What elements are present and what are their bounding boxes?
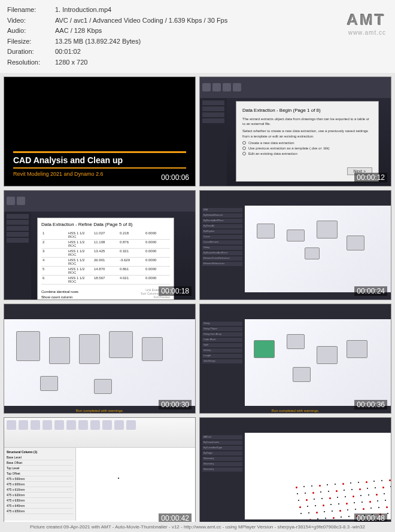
table-row[interactable]: 1HSS 1 1/2 ROC11.0270.2180.0000 (41, 231, 170, 240)
dynamo-node[interactable] (254, 340, 275, 358)
dynamo-canvas[interactable] (4, 319, 195, 407)
property-item[interactable]: 475 x 650mm (7, 509, 73, 514)
table-cell: HSS 1 1/2 ROC (67, 240, 93, 247)
library-item[interactable]: ByOverAll (202, 224, 242, 228)
dynamo-node[interactable] (293, 367, 311, 382)
table-row[interactable]: 4HSS 1 1/2 ROC26.901-3.6290.0000 (41, 258, 170, 267)
library-item[interactable]: CurveElement (202, 240, 242, 244)
check-label: Show count column (41, 295, 72, 299)
library-item[interactable]: ByCurveAndType (202, 446, 242, 450)
thumbnail-6[interactable]: StringString ObjectString from ArrayCode… (199, 304, 391, 414)
side-item (7, 238, 29, 243)
checkbox-combine[interactable]: Combine identical rows (41, 290, 78, 293)
library-item[interactable]: String (202, 322, 242, 326)
property-item[interactable]: Top Offset (7, 471, 73, 476)
check-label: Combine identical rows (41, 290, 78, 293)
grid-point (335, 484, 336, 485)
radio-option-2[interactable]: Use previous extraction as a template (.… (242, 146, 372, 150)
grid-point (328, 491, 329, 492)
library-item[interactable]: JoinStrings (202, 359, 242, 363)
radio-option-3[interactable]: Edit an existing data extraction (242, 152, 372, 155)
library-item[interactable]: AACad (202, 435, 242, 439)
dynamo-node[interactable] (317, 221, 338, 239)
table-row[interactable]: 2HSS 1 1/2 ROC11.1080.8760.0000 (41, 240, 170, 249)
warning-text: Run completed with warnings. (271, 409, 319, 412)
library-item[interactable]: String Object (202, 327, 242, 331)
ribbon-icon (66, 420, 76, 430)
grid-point (316, 512, 318, 513)
thumbnail-7[interactable]: Structural Column (1) Base LevelBase Off… (4, 417, 196, 527)
dynamo-canvas[interactable] (245, 319, 391, 407)
table-row[interactable]: 6HSS 1 1/2 ROC18.5674.0210.0000 (41, 276, 170, 285)
checkbox-count[interactable]: Show count column (41, 295, 78, 299)
dynamo-node[interactable] (49, 337, 70, 364)
property-item[interactable]: 475 x 600mm (7, 482, 73, 487)
property-item[interactable]: 475 x 620mm (7, 493, 73, 498)
dynamo-node[interactable] (347, 236, 364, 250)
table-row[interactable]: 5HSS 1 1/2 ROC14.8700.8610.0000 (41, 267, 170, 276)
property-item[interactable]: 475 x 640mm (7, 503, 73, 509)
table-cell: 4 (41, 258, 67, 265)
library-item[interactable]: Length (202, 354, 242, 358)
revit-viewport[interactable] (76, 448, 195, 521)
dynamo-node[interactable] (317, 346, 338, 364)
thumbnail-1[interactable]: CAD Analysis and Clean up Revit Modeling… (4, 77, 196, 186)
dynamo-menubar (200, 191, 391, 206)
property-item[interactable]: Base Offset (7, 460, 73, 466)
grid-point (359, 488, 361, 490)
ribbon-icon (78, 420, 88, 430)
library-item[interactable]: ByRoomHostAndPoint (202, 251, 242, 255)
thumbnail-8[interactable]: AACadByCoordinatesByCurveAndTypeByOrigin… (199, 417, 391, 527)
table-row[interactable]: 3HSS 1 1/2 ROC13.4250.3210.0000 (41, 249, 170, 258)
dynamo-node[interactable] (257, 224, 275, 239)
thumbnail-4[interactable]: BIMByDefaultElementByFamilyAndPlaceByOve… (199, 190, 391, 300)
dynamo-node[interactable] (94, 379, 112, 394)
filename-value: 1. Introduction.mp4 (55, 5, 111, 16)
property-item[interactable]: 475 x 500mm (7, 476, 73, 482)
library-item[interactable]: Split (202, 343, 242, 347)
grid-point (332, 510, 333, 512)
library-item[interactable]: Geometry (202, 457, 242, 461)
grid-point (312, 492, 314, 494)
dynamo-node[interactable] (287, 334, 305, 349)
thumbnail-3[interactable]: Data Extraction - Refine Data (Page 5 of… (4, 190, 196, 300)
grid-point (333, 517, 335, 519)
dynamo-node[interactable] (79, 334, 100, 364)
library-item[interactable]: Delay (202, 246, 242, 250)
thumbnail-2[interactable]: Data Extraction - Begin (Page 1 of 8) Th… (199, 77, 391, 186)
dynamo-node[interactable] (16, 331, 40, 361)
dynamo-canvas[interactable] (245, 433, 391, 521)
dynamo-canvas[interactable] (245, 206, 391, 293)
dynamo-node[interactable] (109, 331, 133, 358)
library-item[interactable]: Code Block (202, 338, 242, 342)
library-item[interactable]: ByCoordinates (202, 441, 242, 445)
dynamo-node[interactable] (142, 337, 163, 361)
dynamo-node[interactable] (305, 247, 320, 259)
property-item[interactable]: 475 x 630mm (7, 498, 73, 503)
dynamo-node[interactable] (347, 340, 367, 358)
grid-point (348, 516, 350, 517)
library-item[interactable]: ByFamilyAndPlace (202, 219, 242, 223)
library-item[interactable]: Geometry (202, 462, 242, 466)
library-item[interactable]: Geometry (202, 467, 242, 472)
library-item[interactable]: ElementCurveReference (202, 256, 242, 261)
library-item[interactable]: ByOrigin (202, 451, 242, 455)
property-item[interactable]: Base Level (7, 455, 73, 460)
library-item[interactable]: ByDefaultElement (202, 213, 242, 218)
data-extraction-dialog: Data Extraction - Begin (Page 1 of 8) Th… (236, 101, 379, 182)
grid-point (337, 497, 338, 498)
property-item[interactable]: 475 x 610mm (7, 487, 73, 493)
dynamo-node[interactable] (287, 230, 305, 241)
library-item[interactable]: Victory (202, 348, 242, 353)
dynamo-node[interactable] (40, 376, 58, 391)
library-item[interactable]: String from Array (202, 332, 242, 337)
library-item[interactable]: ElementReferences (202, 262, 242, 266)
thumbnail-5[interactable]: Run completed with warnings. 00:00:30 (4, 304, 196, 414)
property-item[interactable]: Top Level (7, 466, 73, 471)
radio-option-1[interactable]: Create a new data extraction (242, 141, 372, 145)
library-item[interactable]: Curve (202, 235, 242, 239)
tool-icon (212, 83, 221, 91)
properties-panel: Structural Column (1) Base LevelBase Off… (4, 448, 76, 521)
library-item[interactable]: BIM (202, 208, 242, 212)
library-item[interactable]: ByRhythm (202, 230, 242, 234)
